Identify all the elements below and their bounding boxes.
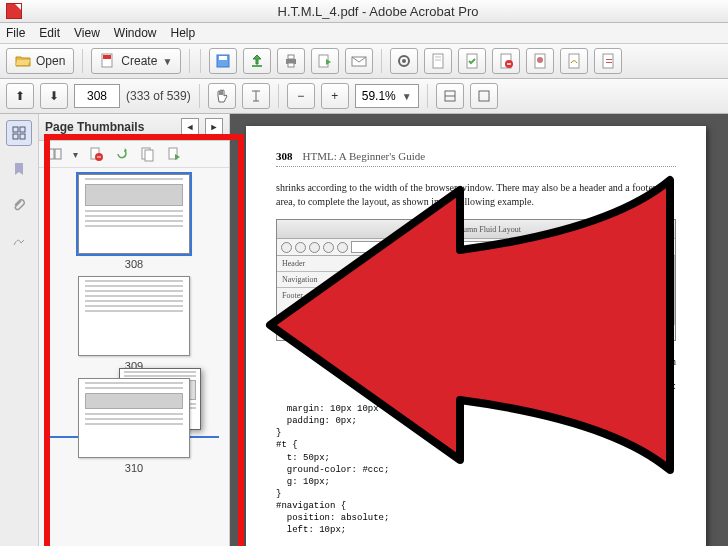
page-down-button[interactable]: ⬇ — [40, 83, 68, 109]
page-total: (333 of 539) — [126, 89, 191, 103]
thumb-309[interactable]: 309 — [49, 276, 219, 372]
upload-icon — [249, 53, 265, 69]
svg-point-10 — [402, 59, 406, 63]
attachments-tab[interactable] — [6, 192, 32, 218]
document-area[interactable]: 308HTML: A Beginner's Guide shrinks acco… — [230, 114, 728, 546]
left-rail — [0, 114, 39, 546]
svg-rect-3 — [252, 65, 262, 67]
chevron-down-icon: ▾ — [73, 149, 78, 160]
select-tool-button[interactable] — [242, 83, 270, 109]
folder-open-icon — [15, 53, 31, 69]
thumb-label: 308 — [125, 258, 143, 270]
settings-button[interactable] — [390, 48, 418, 74]
zoom-in-button[interactable]: + — [321, 83, 349, 109]
save-icon — [215, 53, 231, 69]
tool-6-button[interactable] — [560, 48, 588, 74]
thumb-options-icon[interactable] — [47, 146, 63, 162]
gear-icon — [396, 53, 412, 69]
fit-page-button[interactable] — [470, 83, 498, 109]
code-block: margin: 10px 10px 0px 10px; padding: 0px… — [276, 403, 676, 537]
create-button[interactable]: Create ▼ — [91, 48, 181, 74]
chevron-down-icon: ▼ — [162, 56, 172, 67]
svg-rect-2 — [219, 56, 227, 60]
svg-rect-27 — [13, 134, 18, 139]
print-button[interactable] — [277, 48, 305, 74]
page-edit-icon — [600, 53, 616, 69]
page-delete-icon — [498, 53, 514, 69]
para-1: shrinks according to the width of the br… — [276, 181, 676, 209]
menu-view[interactable]: View — [74, 26, 100, 40]
envelope-icon — [351, 53, 367, 69]
page-number: 308 — [276, 150, 293, 162]
open-label: Open — [36, 54, 65, 68]
save-button[interactable] — [209, 48, 237, 74]
chevron-down-icon: ▼ — [402, 91, 412, 102]
page-tool-button[interactable] — [424, 48, 452, 74]
svg-rect-26 — [20, 127, 25, 132]
menu-file[interactable]: File — [6, 26, 25, 40]
page-text-icon — [430, 53, 446, 69]
page-up-button[interactable]: ⬆ — [6, 83, 34, 109]
tool-3-button[interactable] — [458, 48, 486, 74]
menu-bar: File Edit View Window Help — [0, 23, 728, 44]
email-button[interactable] — [345, 48, 373, 74]
browser-title: Multi-Column Fluid Layout — [431, 225, 521, 234]
svg-rect-21 — [603, 54, 613, 68]
svg-rect-6 — [288, 63, 294, 67]
menu-help[interactable]: Help — [171, 26, 196, 40]
fit-page-icon — [476, 88, 492, 104]
para-3: ...age layout, the following shows what … — [276, 379, 676, 393]
page-arrow-icon — [317, 53, 333, 69]
svg-rect-25 — [13, 127, 18, 132]
pdf-icon — [6, 3, 22, 19]
pdf-page: 308HTML: A Beginner's Guide shrinks acco… — [246, 126, 706, 546]
toolbar-nav: ⬆ ⬇ (333 of 539) − + 59.1%▼ — [0, 79, 728, 114]
thumb-replace-icon[interactable] — [166, 146, 182, 162]
fit-width-icon — [442, 88, 458, 104]
svg-rect-28 — [20, 134, 25, 139]
window-title: H.T.M.L_4.pdf - Adobe Acrobat Pro — [28, 4, 728, 19]
thumb-toolbar: ▾ — [39, 141, 229, 168]
page-number-input[interactable] — [74, 84, 120, 108]
svg-rect-24 — [479, 91, 489, 101]
thumb-next-button[interactable]: ► — [205, 118, 223, 136]
tool-5-button[interactable] — [526, 48, 554, 74]
svg-rect-29 — [48, 149, 54, 159]
page-check-icon — [464, 53, 480, 69]
convert-button[interactable] — [311, 48, 339, 74]
thumb-rotate-icon[interactable] — [114, 146, 130, 162]
toolbar-primary: Open Create ▼ — [0, 44, 728, 79]
menu-window[interactable]: Window — [114, 26, 157, 40]
svg-rect-5 — [288, 55, 294, 59]
tool-4-button[interactable] — [492, 48, 520, 74]
open-button[interactable]: Open — [6, 48, 74, 74]
example-browser: Multi-Column Fluid Layout Header Navigat… — [276, 219, 676, 341]
minus-icon: − — [297, 89, 304, 103]
thumb-label: 310 — [125, 462, 143, 474]
text-select-icon — [248, 88, 264, 104]
signatures-tab[interactable] — [6, 228, 32, 254]
svg-rect-11 — [433, 54, 443, 68]
fit-width-button[interactable] — [436, 83, 464, 109]
svg-rect-34 — [145, 150, 153, 161]
para-2: ...int to help you build the basic page … — [276, 355, 676, 369]
thumb-prev-button[interactable]: ◄ — [181, 118, 199, 136]
thumb-308[interactable]: 308 — [49, 174, 219, 270]
thumb-delete-icon[interactable] — [88, 146, 104, 162]
menu-edit[interactable]: Edit — [39, 26, 60, 40]
create-pdf-icon — [100, 53, 116, 69]
thumb-extract-icon[interactable] — [140, 146, 156, 162]
tool-7-button[interactable] — [594, 48, 622, 74]
zoom-out-button[interactable]: − — [287, 83, 315, 109]
thumb-list[interactable]: 308 309 310 — [39, 168, 229, 546]
bookmarks-tab[interactable] — [6, 156, 32, 182]
svg-point-19 — [537, 57, 543, 63]
arrow-up-icon: ⬆ — [15, 89, 25, 103]
share-button[interactable] — [243, 48, 271, 74]
thumbnails-tab[interactable] — [6, 120, 32, 146]
page-stamp-icon — [532, 53, 548, 69]
page-sign-icon — [566, 53, 582, 69]
hand-tool-button[interactable] — [208, 83, 236, 109]
zoom-select[interactable]: 59.1%▼ — [355, 84, 419, 108]
plus-icon: + — [331, 89, 338, 103]
